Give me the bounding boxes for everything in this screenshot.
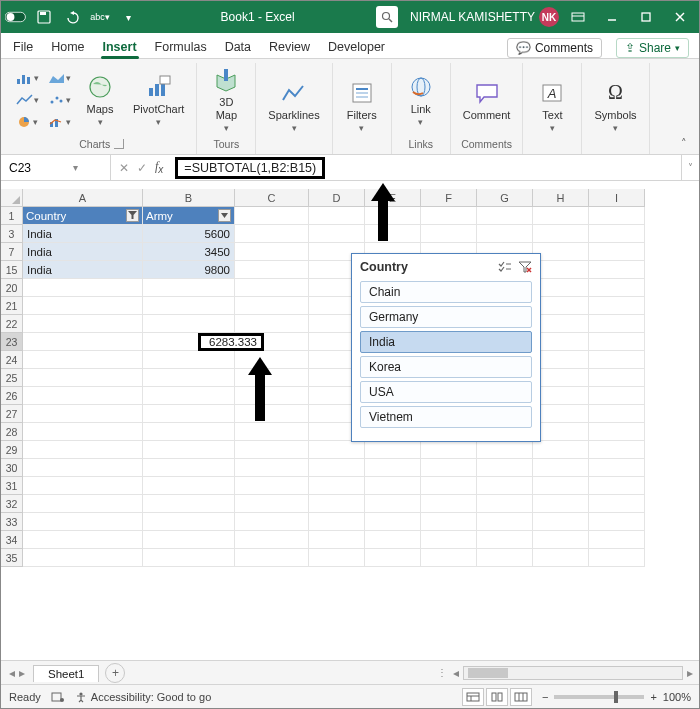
- cell[interactable]: [23, 315, 143, 333]
- cell[interactable]: [365, 549, 421, 567]
- maps-button[interactable]: Maps▾: [77, 71, 123, 129]
- cell[interactable]: [365, 513, 421, 531]
- cell[interactable]: [143, 369, 235, 387]
- zoom-in-icon[interactable]: +: [650, 691, 656, 703]
- table-header-army[interactable]: Army: [143, 207, 235, 225]
- cell[interactable]: [23, 369, 143, 387]
- filters-button[interactable]: Filters▾: [339, 77, 385, 135]
- cell[interactable]: [477, 441, 533, 459]
- cell[interactable]: [143, 297, 235, 315]
- slicer-item[interactable]: Chain: [360, 281, 532, 303]
- rowhdr[interactable]: 27: [1, 405, 23, 423]
- pivotchart-button[interactable]: PivotChart▾: [127, 71, 190, 129]
- cell[interactable]: [421, 477, 477, 495]
- charts-launcher-icon[interactable]: [114, 139, 124, 149]
- rowhdr[interactable]: 3: [1, 225, 23, 243]
- tab-home[interactable]: Home: [49, 36, 86, 58]
- cell[interactable]: [533, 351, 589, 369]
- cell[interactable]: [477, 459, 533, 477]
- tab-file[interactable]: File: [11, 36, 35, 58]
- cell[interactable]: [533, 441, 589, 459]
- tab-review[interactable]: Review: [267, 36, 312, 58]
- cell[interactable]: [143, 315, 235, 333]
- name-box-input[interactable]: [7, 160, 67, 176]
- cell[interactable]: [23, 297, 143, 315]
- cell[interactable]: [589, 549, 645, 567]
- cell[interactable]: [421, 531, 477, 549]
- avatar[interactable]: NK: [539, 7, 559, 27]
- cell[interactable]: [143, 423, 235, 441]
- cell[interactable]: [143, 531, 235, 549]
- cell[interactable]: [235, 459, 309, 477]
- cell-army[interactable]: 3450: [143, 243, 235, 261]
- slicer-item[interactable]: USA: [360, 381, 532, 403]
- cell[interactable]: [365, 441, 421, 459]
- ribbon-display-icon[interactable]: [563, 1, 593, 33]
- cell[interactable]: [235, 387, 309, 405]
- cell[interactable]: [23, 387, 143, 405]
- clear-filter-icon[interactable]: [518, 261, 532, 273]
- zoom-slider[interactable]: [554, 695, 644, 699]
- cell[interactable]: [23, 531, 143, 549]
- cell[interactable]: [235, 423, 309, 441]
- tab-split-icon[interactable]: ⋮: [437, 667, 447, 678]
- cell[interactable]: [421, 441, 477, 459]
- cell[interactable]: [533, 405, 589, 423]
- cell[interactable]: [235, 369, 309, 387]
- cell[interactable]: [309, 495, 365, 513]
- cell[interactable]: [589, 513, 645, 531]
- cell[interactable]: [533, 279, 589, 297]
- rowhdr[interactable]: 31: [1, 477, 23, 495]
- cell[interactable]: [477, 531, 533, 549]
- colhdr-h[interactable]: H: [533, 189, 589, 207]
- colhdr-a[interactable]: A: [23, 189, 143, 207]
- cell[interactable]: [23, 513, 143, 531]
- link-button[interactable]: Link▾: [398, 71, 444, 129]
- cell[interactable]: [309, 531, 365, 549]
- sheet-nav-next-icon[interactable]: ▸: [19, 666, 25, 680]
- cell[interactable]: [235, 279, 309, 297]
- dropdown-icon[interactable]: [218, 209, 231, 222]
- cell[interactable]: [421, 513, 477, 531]
- 3d-map-button[interactable]: 3D Map▾: [203, 64, 249, 134]
- filter-icon[interactable]: [126, 209, 139, 222]
- cell[interactable]: [365, 531, 421, 549]
- symbols-button[interactable]: Ω Symbols▾: [588, 77, 642, 135]
- minimize-button[interactable]: [597, 1, 627, 33]
- cell[interactable]: [533, 369, 589, 387]
- rowhdr[interactable]: 35: [1, 549, 23, 567]
- share-button[interactable]: ⇪Share▾: [616, 38, 689, 58]
- cell-country[interactable]: India: [23, 225, 143, 243]
- cell-country[interactable]: India: [23, 243, 143, 261]
- table-header-country[interactable]: Country: [23, 207, 143, 225]
- cell[interactable]: [23, 441, 143, 459]
- cell[interactable]: [143, 477, 235, 495]
- cell-army[interactable]: 5600: [143, 225, 235, 243]
- rowhdr[interactable]: 26: [1, 387, 23, 405]
- multiselect-icon[interactable]: [498, 261, 512, 273]
- save-icon[interactable]: [33, 6, 55, 28]
- sheet-nav-prev-icon[interactable]: ◂: [9, 666, 15, 680]
- comments-button[interactable]: 💬Comments: [507, 38, 602, 58]
- cell[interactable]: [235, 441, 309, 459]
- view-page-break-icon[interactable]: [510, 688, 532, 706]
- tab-data[interactable]: Data: [223, 36, 253, 58]
- cell[interactable]: [309, 549, 365, 567]
- cell[interactable]: [235, 513, 309, 531]
- cell[interactable]: [533, 513, 589, 531]
- cell[interactable]: [589, 423, 645, 441]
- colhdr-d[interactable]: D: [309, 189, 365, 207]
- comment-button[interactable]: Comment: [457, 77, 517, 123]
- cell[interactable]: [533, 495, 589, 513]
- cell[interactable]: [309, 513, 365, 531]
- cell[interactable]: [23, 477, 143, 495]
- cell[interactable]: [143, 441, 235, 459]
- cell[interactable]: [533, 459, 589, 477]
- close-button[interactable]: [665, 1, 695, 33]
- cell[interactable]: [589, 405, 645, 423]
- cell[interactable]: [365, 477, 421, 495]
- slicer-item[interactable]: Germany: [360, 306, 532, 328]
- cell[interactable]: [23, 495, 143, 513]
- cell[interactable]: [235, 531, 309, 549]
- cell[interactable]: [23, 405, 143, 423]
